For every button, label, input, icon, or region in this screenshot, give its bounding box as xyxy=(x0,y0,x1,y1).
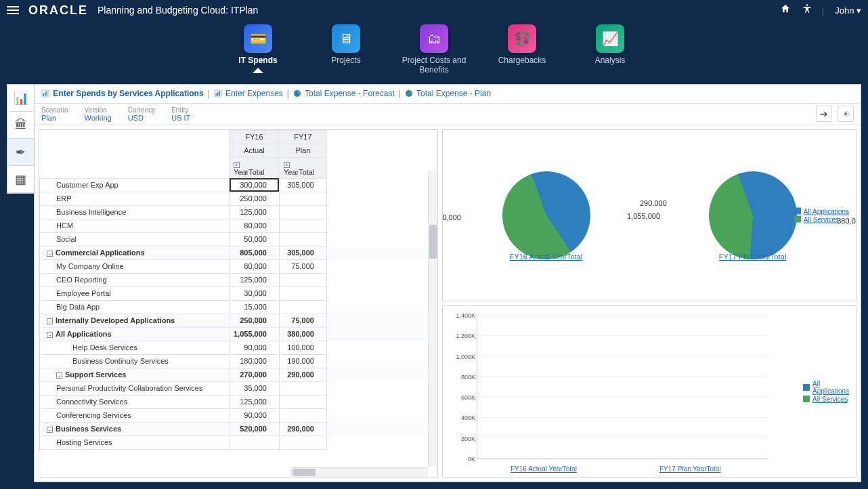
data-cell[interactable] xyxy=(279,300,326,314)
tab-total-expense-forecast[interactable]: Total Expense - Forecast xyxy=(293,89,395,99)
data-cell[interactable]: 290,000 xyxy=(279,368,326,381)
data-cell[interactable]: 30,000 xyxy=(230,286,280,300)
bar-category-label[interactable]: FY17 Plan YearTotal xyxy=(659,465,721,473)
pov-version[interactable]: VersionWorking xyxy=(84,106,111,122)
legend-item[interactable]: All Services xyxy=(804,215,839,223)
dashboard-view[interactable]: 📊 xyxy=(7,85,34,112)
row-header[interactable]: Hosting Services xyxy=(40,435,230,449)
horizontal-scrollbar[interactable] xyxy=(290,467,428,477)
data-cell[interactable]: 300,000 xyxy=(230,178,280,192)
data-cell[interactable] xyxy=(279,395,326,408)
data-cell[interactable]: 35,000 xyxy=(230,381,280,395)
menu-icon[interactable] xyxy=(7,4,23,16)
data-entry-view[interactable]: ✒ xyxy=(7,139,34,166)
table-row[interactable]: Employee Portal30,000 xyxy=(40,286,437,300)
row-header[interactable]: HCM xyxy=(40,219,230,232)
table-row[interactable]: -Support Services270,000290,000 xyxy=(40,368,437,381)
data-cell[interactable]: 290,000 xyxy=(279,422,326,435)
legend-item[interactable]: All Services xyxy=(812,396,848,403)
table-row[interactable]: HCM80,000 xyxy=(40,219,437,232)
tab-enter-spends-by-services-applications[interactable]: Enter Spends by Services Applications xyxy=(41,89,204,99)
table-row[interactable]: Connectivity Services125,000 xyxy=(40,395,437,408)
row-header[interactable]: CEO Reporting xyxy=(40,273,230,286)
data-grid[interactable]: FY16FY17ActualPlan+ YearTotal+ YearTotal… xyxy=(39,130,437,450)
row-header[interactable]: -Commercial Applications xyxy=(40,246,230,259)
table-row[interactable]: Help Desk Services90,000100,000 xyxy=(40,341,437,354)
row-header[interactable]: Big Data App xyxy=(40,300,230,314)
row-header[interactable]: Connectivity Services xyxy=(40,395,230,408)
data-cell[interactable]: 250,000 xyxy=(230,192,280,205)
data-cell[interactable] xyxy=(230,435,280,449)
expand-icon[interactable]: + xyxy=(234,162,240,168)
data-cell[interactable]: 50,000 xyxy=(230,232,280,246)
home-icon[interactable] xyxy=(777,3,794,17)
bar-category-label[interactable]: FY16 Actual YearTotal xyxy=(511,465,577,473)
data-cell[interactable]: 125,000 xyxy=(230,273,280,286)
table-row[interactable]: Business Intelligence125,000 xyxy=(40,205,437,219)
data-cell[interactable]: 125,000 xyxy=(230,205,280,219)
data-cell[interactable] xyxy=(279,381,326,395)
row-header[interactable]: Conferencing Services xyxy=(40,408,230,422)
data-cell[interactable]: 90,000 xyxy=(230,341,280,354)
row-header[interactable]: My Company Online xyxy=(40,259,230,273)
collapse-icon[interactable]: - xyxy=(47,427,53,433)
table-row[interactable]: -Commercial Applications805,000305,000 xyxy=(40,246,437,259)
go-button[interactable]: ➔ xyxy=(816,106,832,122)
data-cell[interactable] xyxy=(279,435,326,449)
finance-view[interactable]: 🏛 xyxy=(7,112,34,139)
data-cell[interactable] xyxy=(279,192,326,205)
table-row[interactable]: CEO Reporting125,000 xyxy=(40,273,437,286)
table-row[interactable]: Conferencing Services90,000 xyxy=(40,408,437,422)
row-header[interactable]: ERP xyxy=(40,192,230,205)
table-row[interactable]: Big Data App15,000 xyxy=(40,300,437,314)
row-header[interactable]: Customer Exp App xyxy=(40,178,230,192)
tab-total-expense-plan[interactable]: Total Expense - Plan xyxy=(405,89,491,99)
vertical-scrollbar[interactable] xyxy=(428,171,437,466)
data-cell[interactable]: 80,000 xyxy=(230,219,280,232)
row-header[interactable]: Employee Portal xyxy=(40,286,230,300)
data-cell[interactable]: 1,055,000 xyxy=(230,327,280,341)
table-row[interactable]: Personal Productivity Collaboration Serv… xyxy=(40,381,437,395)
data-cell[interactable] xyxy=(279,232,326,246)
data-cell[interactable]: 805,000 xyxy=(230,246,280,259)
nav-analysis[interactable]: 📈Analysis xyxy=(576,24,644,65)
pie-title[interactable]: FY16 Actual YearTotal xyxy=(443,253,649,261)
table-row[interactable]: Social50,000 xyxy=(40,232,437,246)
data-cell[interactable]: 180,000 xyxy=(230,354,280,368)
accessibility-icon[interactable] xyxy=(799,3,815,17)
pov-entity[interactable]: EntityUS IT xyxy=(171,106,190,122)
row-header[interactable]: Business Intelligence xyxy=(40,205,230,219)
row-header[interactable]: Help Desk Services xyxy=(40,341,230,354)
nav-project-costs-and-benefits[interactable]: 🗂Project Costs and Benefits xyxy=(400,24,468,75)
collapse-icon[interactable]: - xyxy=(47,332,53,338)
row-header[interactable]: -All Applications xyxy=(40,327,230,341)
data-cell[interactable]: 125,000 xyxy=(230,395,280,408)
nav-chargebacks[interactable]: 💱Chargebacks xyxy=(488,24,556,65)
data-cell[interactable]: 80,000 xyxy=(230,259,280,273)
data-cell[interactable] xyxy=(279,286,326,300)
data-cell[interactable] xyxy=(279,408,326,422)
data-cell[interactable]: 75,000 xyxy=(279,314,326,327)
pie-title[interactable]: FY17 Plan YearTotal xyxy=(649,253,856,261)
pov-value[interactable]: US IT xyxy=(171,114,190,122)
data-cell[interactable] xyxy=(279,205,326,219)
pov-value[interactable]: Working xyxy=(84,114,111,122)
table-row[interactable]: -Internally Developed Applications250,00… xyxy=(40,314,437,327)
row-header[interactable]: -Support Services xyxy=(40,368,230,381)
legend-item[interactable]: AllApplications xyxy=(812,380,849,395)
table-row[interactable]: ERP250,000 xyxy=(40,192,437,205)
nav-projects[interactable]: 🖥Projects xyxy=(312,24,380,65)
user-menu[interactable]: John ▾ xyxy=(835,5,861,16)
row-header[interactable]: Personal Productivity Collaboration Serv… xyxy=(40,381,230,395)
row-header[interactable]: -Internally Developed Applications xyxy=(40,314,230,327)
pov-value[interactable]: USD xyxy=(128,114,156,122)
legend-item[interactable]: All Applications xyxy=(804,207,849,215)
data-cell[interactable]: 520,000 xyxy=(230,422,280,435)
data-cell[interactable]: 75,000 xyxy=(279,259,326,273)
collapse-icon[interactable]: - xyxy=(47,251,53,257)
data-cell[interactable]: 100,000 xyxy=(279,341,326,354)
table-row[interactable]: Hosting Services xyxy=(40,435,437,449)
table-row[interactable]: Business Continuity Services180,000190,0… xyxy=(40,354,437,368)
nav-it-spends[interactable]: 💳IT Spends xyxy=(224,24,292,73)
collapse-icon[interactable]: - xyxy=(47,318,53,324)
